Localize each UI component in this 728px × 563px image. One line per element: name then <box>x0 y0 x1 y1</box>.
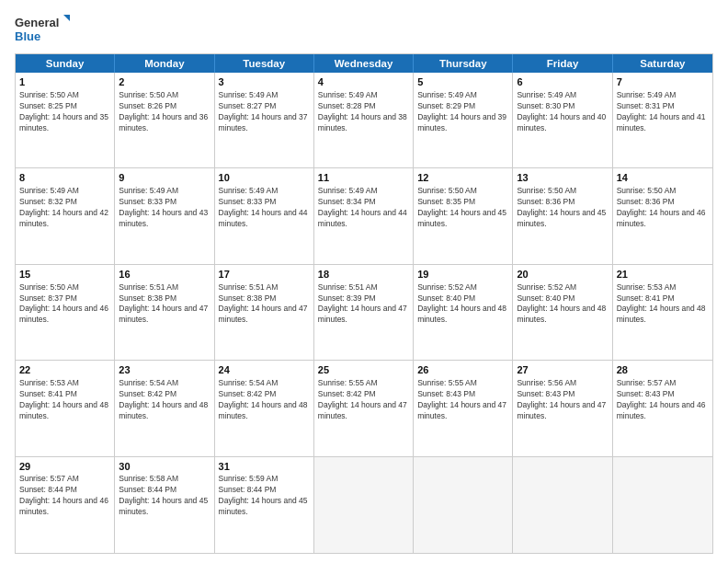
cal-cell: 7 Sunrise: 5:49 AMSunset: 8:31 PMDayligh… <box>613 73 712 167</box>
day-info: Sunrise: 5:49 AMSunset: 8:30 PMDaylight:… <box>517 90 606 132</box>
day-info: Sunrise: 5:51 AMSunset: 8:39 PMDaylight:… <box>318 282 407 325</box>
day-info: Sunrise: 5:50 AMSunset: 8:36 PMDaylight:… <box>617 186 706 228</box>
day-number: 27 <box>517 363 608 377</box>
day-number: 16 <box>119 268 210 282</box>
cal-header-monday: Monday <box>115 54 214 73</box>
page: General Blue SundayMondayTuesdayWednesda… <box>0 0 728 563</box>
day-info: Sunrise: 5:55 AMSunset: 8:43 PMDaylight:… <box>417 378 506 420</box>
day-number: 7 <box>617 75 709 89</box>
day-number: 26 <box>417 363 508 377</box>
day-info: Sunrise: 5:49 AMSunset: 8:31 PMDaylight:… <box>617 90 706 132</box>
day-info: Sunrise: 5:49 AMSunset: 8:27 PMDaylight:… <box>219 90 308 132</box>
day-number: 20 <box>517 268 608 282</box>
cal-header-tuesday: Tuesday <box>215 54 314 73</box>
svg-text:General: General <box>15 16 59 29</box>
day-number: 2 <box>119 75 210 89</box>
day-number: 8 <box>19 171 110 185</box>
cal-week-2: 8 Sunrise: 5:49 AMSunset: 8:32 PMDayligh… <box>16 168 712 264</box>
cal-cell: 15 Sunrise: 5:50 AMSunset: 8:37 PMDaylig… <box>16 265 115 360</box>
day-info: Sunrise: 5:51 AMSunset: 8:38 PMDaylight:… <box>219 282 308 325</box>
logo: General Blue <box>15 13 70 46</box>
cal-cell: 25 Sunrise: 5:55 AMSunset: 8:42 PMDaylig… <box>314 361 414 455</box>
cal-cell: 19 Sunrise: 5:52 AMSunset: 8:40 PMDaylig… <box>414 265 513 360</box>
day-number: 17 <box>219 268 310 282</box>
cal-header-saturday: Saturday <box>613 54 712 73</box>
cal-cell: 1 Sunrise: 5:50 AMSunset: 8:25 PMDayligh… <box>16 73 115 167</box>
cal-cell: 2 Sunrise: 5:50 AMSunset: 8:26 PMDayligh… <box>115 73 214 167</box>
day-info: Sunrise: 5:59 AMSunset: 8:44 PMDaylight:… <box>219 474 308 516</box>
cal-cell: 30 Sunrise: 5:58 AMSunset: 8:44 PMDaylig… <box>115 457 214 553</box>
day-info: Sunrise: 5:49 AMSunset: 8:33 PMDaylight:… <box>119 186 208 228</box>
cal-cell: 17 Sunrise: 5:51 AMSunset: 8:38 PMDaylig… <box>215 265 314 360</box>
cal-cell: 22 Sunrise: 5:53 AMSunset: 8:41 PMDaylig… <box>16 361 115 455</box>
cal-cell: 8 Sunrise: 5:49 AMSunset: 8:32 PMDayligh… <box>16 168 115 263</box>
cal-cell <box>613 457 712 553</box>
calendar-body: 1 Sunrise: 5:50 AMSunset: 8:25 PMDayligh… <box>16 73 712 553</box>
day-info: Sunrise: 5:54 AMSunset: 8:42 PMDaylight:… <box>219 378 308 420</box>
day-info: Sunrise: 5:58 AMSunset: 8:44 PMDaylight:… <box>119 474 208 516</box>
day-number: 5 <box>417 75 508 89</box>
day-info: Sunrise: 5:50 AMSunset: 8:37 PMDaylight:… <box>19 282 108 325</box>
cal-cell: 18 Sunrise: 5:51 AMSunset: 8:39 PMDaylig… <box>314 265 414 360</box>
cal-cell: 9 Sunrise: 5:49 AMSunset: 8:33 PMDayligh… <box>115 168 214 263</box>
day-number: 29 <box>19 460 110 474</box>
day-number: 25 <box>318 363 409 377</box>
header: General Blue <box>15 13 713 46</box>
day-info: Sunrise: 5:49 AMSunset: 8:32 PMDaylight:… <box>19 186 108 228</box>
cal-cell: 5 Sunrise: 5:49 AMSunset: 8:29 PMDayligh… <box>414 73 513 167</box>
day-number: 15 <box>19 268 110 282</box>
calendar-header: SundayMondayTuesdayWednesdayThursdayFrid… <box>16 54 712 73</box>
day-number: 10 <box>219 171 310 185</box>
day-number: 18 <box>318 268 409 282</box>
cal-cell: 3 Sunrise: 5:49 AMSunset: 8:27 PMDayligh… <box>215 73 314 167</box>
day-number: 13 <box>517 171 608 185</box>
day-info: Sunrise: 5:49 AMSunset: 8:33 PMDaylight:… <box>219 186 308 228</box>
cal-cell: 21 Sunrise: 5:53 AMSunset: 8:41 PMDaylig… <box>613 265 712 360</box>
cal-cell: 23 Sunrise: 5:54 AMSunset: 8:42 PMDaylig… <box>115 361 214 455</box>
day-info: Sunrise: 5:49 AMSunset: 8:34 PMDaylight:… <box>318 186 407 228</box>
day-info: Sunrise: 5:49 AMSunset: 8:28 PMDaylight:… <box>318 90 407 132</box>
cal-cell <box>314 457 414 553</box>
cal-cell: 12 Sunrise: 5:50 AMSunset: 8:35 PMDaylig… <box>414 168 513 263</box>
cal-header-wednesday: Wednesday <box>314 54 414 73</box>
day-number: 23 <box>119 363 210 377</box>
day-number: 3 <box>219 75 310 89</box>
day-info: Sunrise: 5:50 AMSunset: 8:25 PMDaylight:… <box>19 90 108 132</box>
cal-header-sunday: Sunday <box>16 54 115 73</box>
day-info: Sunrise: 5:57 AMSunset: 8:43 PMDaylight:… <box>617 378 706 420</box>
cal-cell: 20 Sunrise: 5:52 AMSunset: 8:40 PMDaylig… <box>513 265 612 360</box>
cal-week-1: 1 Sunrise: 5:50 AMSunset: 8:25 PMDayligh… <box>16 73 712 168</box>
day-number: 24 <box>219 363 310 377</box>
day-info: Sunrise: 5:53 AMSunset: 8:41 PMDaylight:… <box>617 282 706 325</box>
cal-cell: 11 Sunrise: 5:49 AMSunset: 8:34 PMDaylig… <box>314 168 414 263</box>
day-number: 12 <box>417 171 508 185</box>
cal-cell: 31 Sunrise: 5:59 AMSunset: 8:44 PMDaylig… <box>215 457 314 553</box>
cal-cell: 16 Sunrise: 5:51 AMSunset: 8:38 PMDaylig… <box>115 265 214 360</box>
day-info: Sunrise: 5:52 AMSunset: 8:40 PMDaylight:… <box>417 282 506 325</box>
cal-cell: 27 Sunrise: 5:56 AMSunset: 8:43 PMDaylig… <box>513 361 612 455</box>
day-info: Sunrise: 5:54 AMSunset: 8:42 PMDaylight:… <box>119 378 208 420</box>
cal-header-friday: Friday <box>513 54 612 73</box>
cal-cell: 10 Sunrise: 5:49 AMSunset: 8:33 PMDaylig… <box>215 168 314 263</box>
svg-marker-2 <box>63 15 70 21</box>
day-info: Sunrise: 5:52 AMSunset: 8:40 PMDaylight:… <box>517 282 606 325</box>
day-info: Sunrise: 5:57 AMSunset: 8:44 PMDaylight:… <box>19 474 108 516</box>
day-number: 21 <box>617 268 709 282</box>
day-number: 9 <box>119 171 210 185</box>
day-info: Sunrise: 5:56 AMSunset: 8:43 PMDaylight:… <box>517 378 606 420</box>
day-number: 22 <box>19 363 110 377</box>
cal-week-4: 22 Sunrise: 5:53 AMSunset: 8:41 PMDaylig… <box>16 361 712 456</box>
day-number: 19 <box>417 268 508 282</box>
day-info: Sunrise: 5:50 AMSunset: 8:36 PMDaylight:… <box>517 186 606 228</box>
day-number: 31 <box>219 460 310 474</box>
svg-text:Blue: Blue <box>15 29 40 43</box>
cal-cell <box>414 457 513 553</box>
cal-week-5: 29 Sunrise: 5:57 AMSunset: 8:44 PMDaylig… <box>16 457 712 553</box>
day-info: Sunrise: 5:55 AMSunset: 8:42 PMDaylight:… <box>318 378 407 420</box>
day-info: Sunrise: 5:50 AMSunset: 8:35 PMDaylight:… <box>417 186 506 228</box>
cal-cell: 29 Sunrise: 5:57 AMSunset: 8:44 PMDaylig… <box>16 457 115 553</box>
day-number: 6 <box>517 75 608 89</box>
cal-cell: 6 Sunrise: 5:49 AMSunset: 8:30 PMDayligh… <box>513 73 612 167</box>
cal-cell: 13 Sunrise: 5:50 AMSunset: 8:36 PMDaylig… <box>513 168 612 263</box>
cal-cell: 14 Sunrise: 5:50 AMSunset: 8:36 PMDaylig… <box>613 168 712 263</box>
